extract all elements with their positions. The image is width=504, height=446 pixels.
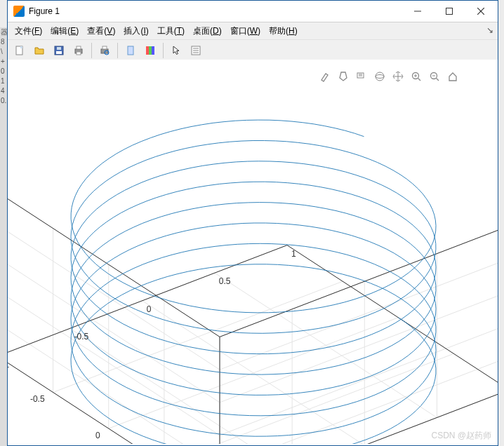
- print-preview-icon[interactable]: [95, 41, 114, 60]
- svg-point-27: [376, 75, 384, 79]
- svg-rect-1: [446, 8, 452, 15]
- properties-icon[interactable]: [187, 41, 205, 60]
- title-bar: Figure 1: [8, 1, 498, 22]
- svg-rect-15: [128, 46, 133, 55]
- svg-rect-11: [77, 52, 81, 55]
- menubar-overflow-icon[interactable]: ↘: [486, 25, 493, 35]
- notes-icon[interactable]: [336, 69, 350, 83]
- pan-icon[interactable]: [391, 69, 405, 83]
- menu-帮助h[interactable]: 帮助(H): [265, 24, 302, 39]
- pointer-icon[interactable]: [167, 41, 185, 60]
- print-icon[interactable]: [69, 41, 88, 60]
- svg-rect-16: [146, 46, 149, 55]
- svg-text:0: 0: [147, 304, 152, 314]
- close-button[interactable]: [465, 1, 496, 21]
- rotate-3d-icon[interactable]: [373, 69, 387, 83]
- svg-line-33: [437, 79, 439, 81]
- data-tips-icon[interactable]: [354, 69, 369, 83]
- svg-text:-0.5: -0.5: [30, 394, 45, 404]
- window-title: Figure 1: [29, 6, 402, 16]
- save-icon[interactable]: [50, 41, 68, 60]
- menu-窗口w[interactable]: 窗口(W): [226, 24, 265, 39]
- svg-rect-5: [20, 46, 22, 48]
- svg-rect-8: [57, 47, 61, 50]
- menu-桌面d[interactable]: 桌面(D): [189, 24, 226, 39]
- axes-toolbar: [318, 69, 460, 83]
- menu-文件f[interactable]: 文件(F): [11, 24, 46, 39]
- menu-编辑e[interactable]: 编辑(E): [46, 24, 83, 39]
- svg-text:1: 1: [291, 249, 296, 259]
- svg-point-26: [376, 72, 384, 81]
- open-icon[interactable]: [30, 41, 48, 60]
- brush-icon[interactable]: [318, 69, 332, 83]
- menu-插入i[interactable]: 插入(I): [119, 24, 152, 39]
- svg-line-29: [418, 79, 421, 81]
- svg-text:0.5: 0.5: [219, 276, 231, 286]
- menu-bar: 文件(F)编辑(E)查看(V)插入(I)工具(T)桌面(D)窗口(W)帮助(H)…: [8, 22, 498, 39]
- menu-工具t[interactable]: 工具(T): [153, 24, 189, 39]
- svg-rect-7: [56, 51, 62, 54]
- maximize-button[interactable]: [433, 1, 465, 21]
- minimize-button[interactable]: [402, 1, 433, 21]
- zoom-in-icon[interactable]: [409, 69, 423, 83]
- new-file-icon[interactable]: [11, 41, 29, 60]
- svg-rect-13: [102, 46, 107, 49]
- svg-text:-0.5: -0.5: [74, 332, 89, 342]
- colorbar-icon[interactable]: [141, 41, 159, 60]
- watermark: CSDN @赵药师: [431, 430, 491, 442]
- home-icon[interactable]: [446, 69, 460, 83]
- figure-window: Figure 1 文件(F)编辑(E)查看(V)插入(I)工具(T)桌面(D)窗…: [7, 0, 498, 446]
- svg-rect-18: [152, 46, 154, 55]
- svg-rect-17: [149, 46, 152, 55]
- axes-3d[interactable]: 01020304050-1-0.500.51-1-0.500.51: [8, 60, 498, 444]
- link-icon[interactable]: [121, 41, 140, 60]
- svg-text:0: 0: [95, 431, 100, 440]
- zoom-out-icon[interactable]: [427, 69, 442, 83]
- matlab-icon: [13, 6, 25, 17]
- menu-查看v[interactable]: 查看(V): [83, 24, 119, 39]
- svg-text:-1: -1: [8, 360, 9, 370]
- plot-area[interactable]: 01020304050-1-0.500.51-1-0.500.51: [8, 60, 498, 445]
- toolbar: [8, 39, 498, 61]
- svg-rect-10: [77, 46, 81, 49]
